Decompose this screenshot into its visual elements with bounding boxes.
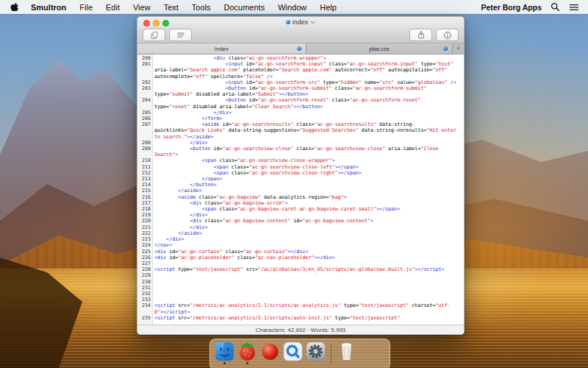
code-line-216[interactable]: 216 <aside class="ac-gn-bagview" data-an… [137, 194, 464, 200]
zoom-window-button[interactable] [162, 20, 169, 26]
documents-sidebar-button[interactable] [143, 29, 165, 41]
quicktime-icon [283, 342, 303, 361]
code-line-223[interactable]: 223 </div> [137, 236, 464, 242]
code-line-213[interactable]: 213 </span> [137, 176, 464, 182]
notification-center-icon[interactable] [569, 3, 579, 12]
code-line-203[interactable]: 203 <button id="ac-gn-searchform-submit"… [137, 85, 464, 97]
minimize-window-button[interactable] [153, 20, 159, 26]
code-line-205[interactable]: 205 </div> [137, 110, 464, 116]
line-number: 203 [137, 85, 153, 97]
code-line-209[interactable]: 209 <button id="ac-gn-searchview-close" … [137, 146, 464, 158]
function-list-button[interactable] [169, 29, 192, 41]
code-line-218[interactable]: 218 <span class="ac-gn-bagview-caret ac-… [137, 206, 464, 212]
menu-view[interactable]: View [126, 3, 157, 12]
code-line-232[interactable]: 232 [137, 291, 464, 297]
code-line-200[interactable]: 200 <div class="ac-gn-searchform-wrapper… [137, 55, 464, 61]
spotlight-search-icon[interactable] [551, 2, 560, 12]
traffic-lights [143, 20, 169, 26]
menu-tools[interactable]: Tools [185, 3, 218, 12]
close-window-button[interactable] [143, 20, 150, 26]
code-line-225[interactable]: 225<div id="ac-gn-curtain" class="ac-gn-… [137, 249, 464, 255]
code-editor[interactable]: 200 <div class="ac-gn-searchform-wrapper… [137, 54, 464, 325]
share-button[interactable] [409, 29, 432, 41]
dock-item-smultron[interactable] [237, 342, 257, 366]
code-line-229[interactable]: 229 [137, 272, 464, 278]
menu-help[interactable]: Help [313, 3, 343, 12]
status-text: Characters: 42,692 · Words: 5,993 [256, 327, 346, 333]
code-line-224[interactable]: 224</nav> [137, 242, 464, 248]
title-chevron-down-icon[interactable] [310, 21, 315, 24]
code-line-234[interactable]: 234<script src="/metrics/ac-analytics/2.… [137, 302, 464, 314]
new-tab-button[interactable]: + [453, 43, 464, 54]
toolbar [137, 27, 464, 43]
line-number: 216 [137, 194, 153, 200]
line-number: 202 [137, 79, 153, 85]
apple-menu[interactable] [6, 1, 24, 13]
code-line-210[interactable]: 210 <span class="ac-gn-searchview-close-… [137, 158, 464, 163]
code-line-230[interactable]: 230 [137, 279, 464, 285]
code-line-217[interactable]: 217 <div class="ac-gn-bagview-scrim"> [137, 200, 464, 206]
smultron-window: index [137, 16, 465, 335]
code-text: <script src="/metrics/ac-analytics/2.1/s… [154, 315, 459, 321]
line-number: 226 [137, 255, 153, 261]
code-line-227[interactable]: 227 [137, 261, 464, 266]
code-line-204[interactable]: 204 <button id="ac-gn-searchform-reset" … [137, 97, 464, 109]
code-line-219[interactable]: 219 </div> [137, 212, 464, 218]
trash-icon [337, 342, 356, 361]
code-text: </div> [154, 110, 459, 116]
dock-item-trash[interactable] [337, 342, 356, 366]
code-line-226[interactable]: 226<div id="ac-gn-placeholder" class="ac… [137, 255, 464, 261]
menu-smultron[interactable]: Smultron [24, 3, 73, 12]
code-text: </div> [154, 140, 459, 146]
documents-icon [150, 31, 159, 40]
code-line-228[interactable]: 228<script type="text/javascript" src="/… [137, 266, 464, 272]
menu-documents[interactable]: Documents [218, 3, 272, 12]
menu-window[interactable]: Window [271, 3, 313, 12]
code-line-206[interactable]: 206 </form> [137, 116, 464, 121]
info-icon [443, 31, 452, 40]
dock-item-system-preferences[interactable] [306, 342, 326, 366]
menu-edit[interactable]: Edit [99, 3, 126, 12]
menu-bar-left: SmultronFileEditViewTextToolsDocumentsWi… [6, 1, 343, 13]
code-line-201[interactable]: 201 <input id="ac-gn-searchform-input" c… [137, 61, 464, 79]
menu-extra-title[interactable]: Peter Borg Apps [481, 3, 542, 12]
code-line-235[interactable]: 235<script src="/metrics/ac-analytics/2.… [137, 315, 464, 321]
code-line-211[interactable]: 211 <span class="ac-gn-searchview-close-… [137, 164, 464, 170]
code-line-215[interactable]: 215 </aside> [137, 188, 464, 194]
dock-item-quicktime[interactable] [283, 342, 303, 366]
code-line-207[interactable]: 207 <aside id="ac-gn-searchresults" clas… [137, 121, 464, 140]
dock [209, 339, 390, 368]
status-bar: Characters: 42,692 · Words: 5,993 [137, 325, 464, 334]
window-title: index [293, 18, 309, 26]
line-number: 217 [137, 200, 153, 206]
code-line-220[interactable]: 220 <div class="ac-gn-bagview-content" i… [137, 218, 464, 224]
code-text: <span class="ac-gn-searchview-close-wrap… [154, 158, 459, 163]
code-text: </nav> [154, 242, 459, 248]
apple-logo-icon [9, 1, 18, 13]
code-line-214[interactable]: 214 </button> [137, 182, 464, 188]
code-line-212[interactable]: 212 <span class="ac-gn-searchview-close-… [137, 170, 464, 176]
tab-pba-css[interactable]: pba.css [306, 43, 453, 54]
line-number: 223 [137, 236, 153, 242]
line-number: 232 [137, 291, 153, 297]
dock-item-finder[interactable] [215, 342, 234, 366]
code-text: <aside id="ac-gn-searchresults" class="a… [154, 121, 459, 140]
code-text: </button> [154, 182, 459, 188]
line-number: 225 [137, 249, 153, 255]
code-line-222[interactable]: 222 </aside> [137, 230, 464, 236]
line-number: 227 [137, 261, 153, 266]
line-number: 224 [137, 242, 153, 248]
menu-text[interactable]: Text [157, 3, 185, 12]
menu-file[interactable]: File [73, 3, 99, 12]
info-button[interactable] [436, 29, 459, 41]
code-line-202[interactable]: 202 <input id="ac-gn-searchform-src" typ… [137, 79, 464, 85]
dock-item-red-sphere[interactable] [260, 342, 280, 366]
code-text: <div id="ac-gn-curtain" class="ac-gn-cur… [154, 249, 459, 255]
code-text: <button id="ac-gn-searchform-reset" clas… [154, 97, 459, 109]
code-line-233[interactable]: 233 [137, 297, 464, 302]
code-line-221[interactable]: 221 </div> [137, 224, 464, 230]
code-line-231[interactable]: 231 [137, 285, 464, 291]
code-text: </div> [154, 236, 459, 242]
tab-index[interactable]: index [137, 43, 306, 54]
code-line-208[interactable]: 208 </div> [137, 140, 464, 146]
